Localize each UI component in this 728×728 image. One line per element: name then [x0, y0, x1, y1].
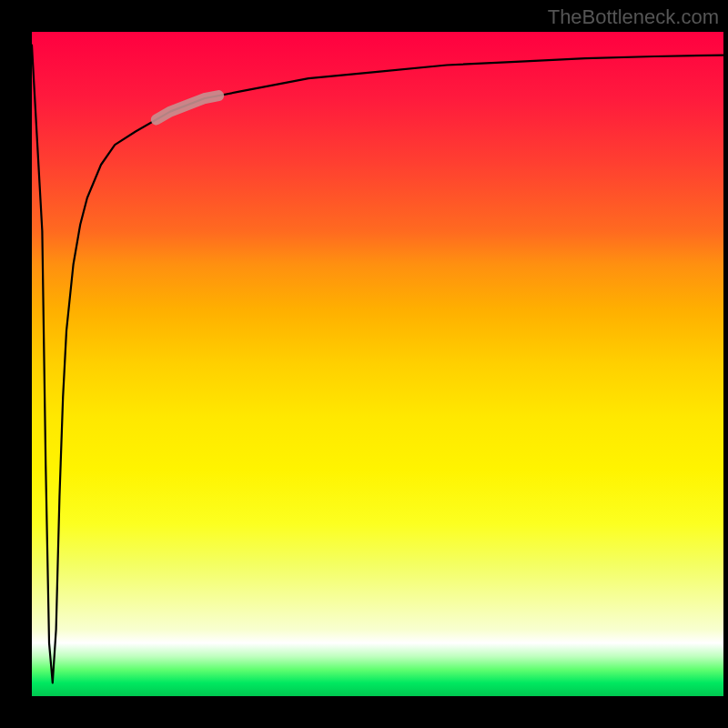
plot-area: [32, 32, 723, 696]
watermark-text: TheBottleneck.com: [548, 5, 719, 29]
chart-container: TheBottleneck.com: [0, 0, 728, 728]
highlight-segment: [157, 96, 218, 119]
main-curve-path: [32, 46, 723, 683]
curve-svg: [32, 32, 723, 696]
